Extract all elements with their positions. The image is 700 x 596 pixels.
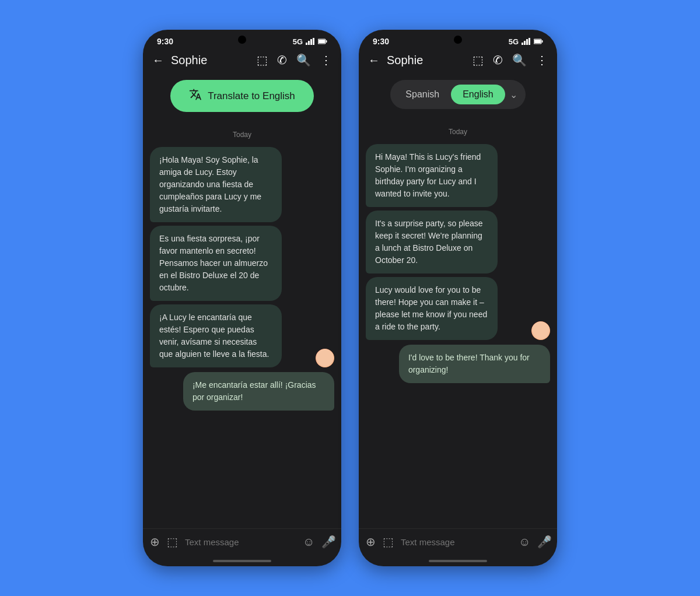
back-button-2[interactable]: ← [368, 54, 380, 67]
search-icon-2[interactable]: 🔍 [512, 53, 527, 67]
top-icons-2: ⬚ ✆ 🔍 ⋮ [473, 53, 548, 67]
svg-rect-13 [534, 40, 541, 43]
translate-icon [189, 88, 202, 104]
translate-bar: Translate to English [143, 72, 341, 120]
emoji-icon-1[interactable]: ☺ [303, 535, 314, 549]
received-group-1: ¡Hola Maya! Soy Sophie, la amiga de Lucy… [150, 147, 334, 367]
more-icon-1[interactable]: ⋮ [320, 53, 332, 67]
msg-sent-1: ¡Me encantaría estar allí! ¡Gracias por … [183, 372, 334, 411]
text-input-1[interactable] [185, 537, 296, 547]
call-icon-1[interactable]: ✆ [277, 53, 287, 67]
chat-area-2[interactable]: Today Hi Maya! This is Lucy's friend Sop… [359, 117, 557, 528]
msg-received-2-3: Lucy would love for you to be there! Hop… [366, 277, 498, 340]
top-bar-1: ← Sophie ⬚ ✆ 🔍 ⋮ [143, 48, 341, 72]
msg-received-2-2: It's a surprise party, so please keep it… [366, 211, 498, 274]
translate-label: Translate to English [208, 90, 295, 102]
network-label-2: 5G [509, 37, 519, 46]
lang-spanish[interactable]: Spanish [394, 85, 451, 104]
svg-rect-2 [310, 39, 312, 45]
search-icon-1[interactable]: 🔍 [296, 53, 311, 67]
svg-rect-6 [318, 40, 325, 43]
text-input-2[interactable] [401, 537, 512, 547]
svg-rect-1 [308, 41, 310, 45]
received-messages-1: ¡Hola Maya! Soy Sophie, la amiga de Lucy… [150, 147, 311, 367]
attach-icon-1[interactable]: ⬚ [167, 535, 178, 549]
video-icon-2[interactable]: ⬚ [473, 53, 484, 67]
status-icons-2: 5G [509, 37, 543, 46]
time-1: 9:30 [157, 37, 173, 46]
chat-area-1[interactable]: Today ¡Hola Maya! Soy Sophie, la amiga d… [143, 120, 341, 528]
call-icon-2[interactable]: ✆ [493, 53, 503, 67]
home-indicator-2 [359, 558, 557, 566]
home-line-2 [429, 560, 487, 562]
msg-sent-2: I'd love to be there! Thank you for orga… [399, 345, 550, 383]
camera-notch-2 [454, 36, 462, 44]
lang-english[interactable]: English [451, 85, 505, 104]
chat-date-1: Today [150, 131, 334, 139]
time-2: 9:30 [373, 37, 389, 46]
phone-2: 9:30 5G ← Sophie ⬚ ✆ 🔍 ⋮ [359, 30, 557, 566]
svg-rect-12 [542, 40, 543, 43]
home-line-1 [213, 560, 271, 562]
avatar-1 [316, 349, 334, 367]
translate-svg [189, 88, 202, 101]
avatar-face-1 [316, 349, 334, 367]
home-indicator-1 [143, 558, 341, 566]
lang-bar: Spanish English ⌄ [359, 72, 557, 117]
signal-icon-2 [522, 38, 531, 45]
camera-notch-1 [238, 36, 246, 44]
chevron-down-icon[interactable]: ⌄ [505, 89, 522, 100]
add-icon-1[interactable]: ⊕ [150, 535, 160, 549]
msg-received-2-1: Hi Maya! This is Lucy's friend Sophie. I… [366, 144, 498, 207]
bottom-bar-1: ⊕ ⬚ ☺ 🎤 [143, 528, 341, 558]
svg-rect-3 [313, 38, 314, 45]
msg-received-1-3: ¡A Lucy le encantaría que estés! Espero … [150, 304, 282, 367]
contact-name-1: Sophie [171, 54, 250, 67]
attach-icon-2[interactable]: ⬚ [383, 535, 394, 549]
add-icon-2[interactable]: ⊕ [366, 535, 376, 549]
svg-rect-0 [306, 43, 307, 45]
status-bar-2: 9:30 5G [359, 30, 557, 48]
received-group-2: Hi Maya! This is Lucy's friend Sophie. I… [366, 144, 550, 340]
contact-name-2: Sophie [387, 54, 466, 67]
status-icons-1: 5G [293, 37, 327, 46]
svg-rect-10 [528, 38, 530, 45]
msg-received-1-1: ¡Hola Maya! Soy Sophie, la amiga de Lucy… [150, 147, 282, 222]
lang-pill[interactable]: Spanish English ⌄ [390, 80, 525, 109]
more-icon-2[interactable]: ⋮ [536, 53, 548, 67]
battery-icon-1 [318, 38, 327, 45]
received-messages-2: Hi Maya! This is Lucy's friend Sophie. I… [366, 144, 527, 340]
emoji-icon-2[interactable]: ☺ [519, 535, 530, 549]
phone-1: 9:30 5G ← Sophie ⬚ ✆ 🔍 ⋮ [143, 30, 341, 566]
svg-rect-8 [524, 41, 526, 45]
mic-icon-1[interactable]: 🎤 [321, 535, 336, 549]
video-icon-1[interactable]: ⬚ [257, 53, 268, 67]
chat-date-2: Today [366, 128, 550, 136]
top-icons-1: ⬚ ✆ 🔍 ⋮ [257, 53, 332, 67]
avatar-face-2 [531, 321, 550, 340]
avatar-2 [531, 321, 550, 340]
translate-button[interactable]: Translate to English [170, 80, 314, 112]
network-label-1: 5G [293, 37, 303, 46]
bottom-bar-2: ⊕ ⬚ ☺ 🎤 [359, 528, 557, 558]
back-button-1[interactable]: ← [152, 54, 164, 67]
top-bar-2: ← Sophie ⬚ ✆ 🔍 ⋮ [359, 48, 557, 72]
status-bar-1: 9:30 5G [143, 30, 341, 48]
svg-rect-7 [522, 43, 523, 45]
battery-icon-2 [534, 38, 543, 45]
svg-rect-9 [526, 39, 528, 45]
mic-icon-2[interactable]: 🎤 [537, 535, 552, 549]
msg-received-1-2: Es una fiesta sorpresa, ¡por favor mante… [150, 226, 282, 301]
signal-icon-1 [306, 38, 315, 45]
svg-rect-5 [326, 40, 327, 43]
